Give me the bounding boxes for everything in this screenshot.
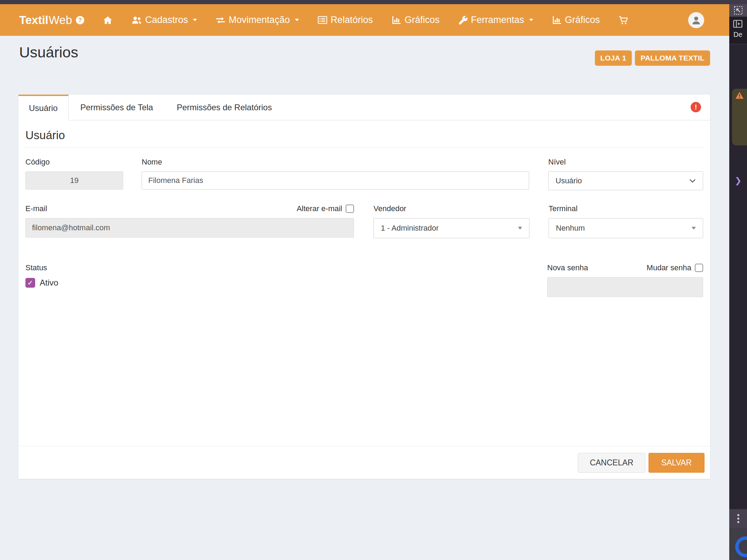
chevron-down-icon xyxy=(689,179,696,183)
alterar-email-checkbox[interactable]: Alterar e-mail xyxy=(297,204,354,213)
user-avatar-icon xyxy=(691,15,701,25)
nav-graficos-1[interactable]: Gráficos xyxy=(392,15,440,25)
side-panel-header: De xyxy=(729,17,747,44)
form-row-1: Código Nome Nível Usuário xyxy=(25,158,703,190)
nivel-selected-value: Usuário xyxy=(556,176,582,185)
blue-ring-icon[interactable] xyxy=(735,536,747,557)
company-badge[interactable]: PALLOMA TEXTIL xyxy=(635,50,710,66)
nivel-field-group: Nível Usuário xyxy=(548,158,703,190)
caret-down-icon xyxy=(692,227,696,230)
nav-label: Movimentação xyxy=(229,15,290,25)
vendedor-label: Vendedor xyxy=(374,204,529,213)
exclamation-circle-icon[interactable]: ! xyxy=(691,102,701,112)
wrench-icon xyxy=(458,16,467,25)
nav-label: Gráficos xyxy=(565,15,600,25)
vendedor-field-group: Vendedor 1 - Administrador xyxy=(374,204,529,238)
question-circle-icon[interactable]: ? xyxy=(76,16,84,24)
vendedor-select[interactable]: 1 - Administrador xyxy=(374,218,529,238)
nome-field-group: Nome xyxy=(142,158,529,190)
email-input xyxy=(25,218,354,238)
user-menu-button[interactable] xyxy=(688,12,704,28)
capture-region-icon xyxy=(734,6,743,15)
brand-light: Web xyxy=(49,14,72,27)
mudar-senha-label: Mudar senha xyxy=(647,263,691,272)
codigo-label: Código xyxy=(25,158,123,167)
section-title: Usuário xyxy=(25,129,703,142)
panel-expand-chevron[interactable]: ❯ xyxy=(729,176,747,185)
ativo-label: Ativo xyxy=(40,278,58,288)
context-badges: LOJA 1 PALLOMA TEXTIL xyxy=(595,50,710,66)
caret-down-icon xyxy=(518,227,522,230)
app-root: TextilWeb ? Cadastros Movimentação Relat… xyxy=(0,0,747,560)
status-label: Status xyxy=(25,263,547,272)
report-icon xyxy=(318,16,327,24)
checkbox-unchecked[interactable] xyxy=(695,264,703,272)
brand-logo[interactable]: TextilWeb ? xyxy=(19,14,84,27)
codigo-field-group: Código xyxy=(25,158,123,190)
codigo-input xyxy=(25,171,123,190)
dashed-divider xyxy=(25,147,703,148)
side-panel-icon[interactable] xyxy=(733,20,742,28)
terminal-label: Terminal xyxy=(549,204,703,213)
nav-label: Relatórios xyxy=(331,15,373,25)
card-body: Usuário Código Nome Nível Usuário xyxy=(18,120,710,297)
capture-region-button[interactable] xyxy=(729,4,747,17)
tab-permissoes-relatorios[interactable]: Permissões de Relatórios xyxy=(165,95,284,120)
tab-usuario[interactable]: Usuário xyxy=(18,95,69,120)
warning-panel-tab[interactable] xyxy=(732,89,747,145)
warning-triangle-icon xyxy=(735,91,744,99)
nav-graficos-2[interactable]: Gráficos xyxy=(552,15,600,25)
nav-cadastros[interactable]: Cadastros xyxy=(131,15,197,25)
nav-label: Gráficos xyxy=(404,15,440,25)
alterar-email-label: Alterar e-mail xyxy=(297,204,342,213)
caret-down-icon xyxy=(529,19,533,21)
home-icon xyxy=(103,16,112,24)
nav-home[interactable] xyxy=(103,16,112,24)
side-panel-label: De xyxy=(733,31,747,39)
vendedor-selected-value: 1 - Administrador xyxy=(381,224,439,233)
browser-side-panel: De ❯ xyxy=(729,4,747,560)
tab-bar: Usuário Permissões de Tela Permissões de… xyxy=(18,95,710,120)
nova-senha-field-group: Nova senha Mudar senha xyxy=(547,263,703,297)
nivel-label: Nível xyxy=(548,158,703,167)
nome-input[interactable] xyxy=(142,171,529,190)
terminal-field-group: Terminal Nenhum xyxy=(549,204,703,238)
chart-icon xyxy=(552,16,561,24)
nav-movimentacao[interactable]: Movimentação xyxy=(216,15,299,25)
nome-label: Nome xyxy=(142,158,529,167)
tab-permissoes-tela[interactable]: Permissões de Tela xyxy=(69,95,165,120)
chart-icon xyxy=(392,16,401,24)
nav-label: Cadastros xyxy=(145,15,188,25)
caret-down-icon xyxy=(295,19,299,21)
users-icon xyxy=(131,16,142,24)
user-form-card: Usuário Permissões de Tela Permissões de… xyxy=(18,95,710,479)
form-row-2: E-mail Alterar e-mail Vendedor 1 - Admin… xyxy=(25,204,703,238)
nav-relatorios[interactable]: Relatórios xyxy=(318,15,373,25)
cart-icon xyxy=(619,16,628,25)
nav-ferramentas[interactable]: Ferramentas xyxy=(458,15,533,25)
cancel-button[interactable]: CANCELAR xyxy=(578,453,645,473)
form-row-3: Status ✓ Ativo Nova senha Mudar senha xyxy=(25,263,703,297)
mudar-senha-checkbox[interactable]: Mudar senha xyxy=(647,263,703,272)
save-button[interactable]: SALVAR xyxy=(648,453,705,473)
nivel-select[interactable]: Usuário xyxy=(548,171,703,190)
transfer-icon xyxy=(216,16,225,24)
card-footer: CANCELAR SALVAR xyxy=(18,446,710,479)
caret-down-icon xyxy=(193,19,197,21)
store-badge[interactable]: LOJA 1 xyxy=(595,50,632,66)
checkbox-unchecked[interactable] xyxy=(346,205,354,213)
email-label: E-mail xyxy=(25,204,47,213)
terminal-selected-value: Nenhum xyxy=(556,224,585,233)
side-panel-footer xyxy=(729,528,747,560)
main-navbar: TextilWeb ? Cadastros Movimentação Relat… xyxy=(0,4,729,36)
brand-bold: Textil xyxy=(19,14,48,27)
nova-senha-label: Nova senha xyxy=(547,263,588,272)
ativo-checkbox-checked[interactable]: ✓ xyxy=(25,278,35,288)
kebab-menu-icon[interactable] xyxy=(729,509,747,528)
nav-label: Ferramentas xyxy=(471,15,524,25)
email-field-group: E-mail Alterar e-mail xyxy=(25,204,354,238)
window-top-strip xyxy=(0,0,747,4)
terminal-select[interactable]: Nenhum xyxy=(549,218,703,238)
nova-senha-input xyxy=(547,277,703,297)
nav-cart[interactable] xyxy=(619,16,628,25)
